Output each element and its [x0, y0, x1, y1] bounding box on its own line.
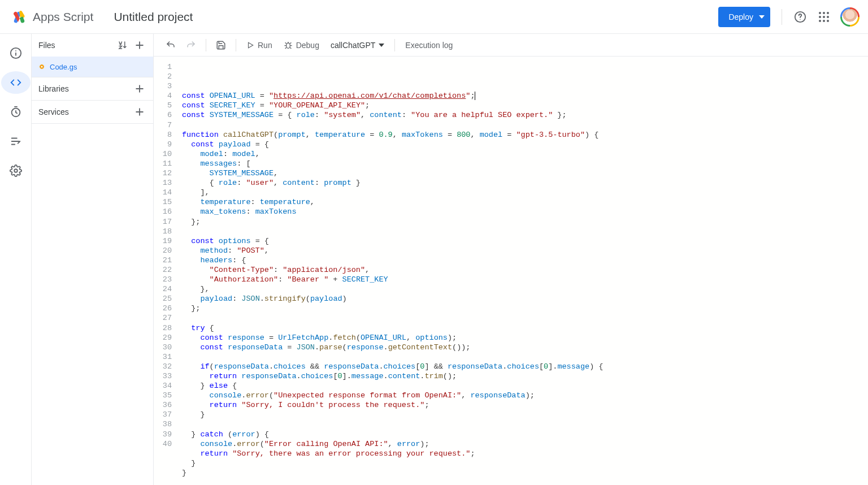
unsaved-dot-icon	[40, 64, 44, 69]
add-file-icon[interactable]	[133, 38, 146, 52]
svg-marker-25	[249, 42, 253, 47]
add-library-icon[interactable]	[133, 82, 146, 96]
files-sidebar: Files Code.gs Libraries	[32, 34, 154, 485]
chevron-down-icon	[379, 44, 384, 47]
svg-point-5	[819, 16, 821, 18]
svg-point-9	[823, 20, 825, 22]
run-label: Run	[258, 41, 272, 50]
editor-icon[interactable]	[9, 76, 23, 89]
add-service-icon[interactable]	[133, 105, 146, 119]
apps-grid-icon[interactable]	[817, 10, 831, 24]
execution-log-button[interactable]: Execution log	[401, 36, 457, 54]
project-title[interactable]: Untitled project	[114, 10, 193, 24]
logo-area: Apps Script	[11, 9, 93, 25]
code-editor[interactable]: 1234567891011121314151617181920212223242…	[154, 57, 868, 485]
code-content[interactable]: const OPENAI_URL = "https://api.openai.c…	[180, 62, 868, 485]
svg-point-13	[15, 50, 16, 51]
triggers-icon[interactable]	[9, 105, 23, 119]
file-item-code-gs[interactable]: Code.gs	[32, 57, 153, 77]
left-rail	[0, 34, 32, 485]
svg-point-4	[827, 12, 829, 14]
chevron-down-icon	[759, 15, 765, 19]
account-avatar[interactable]	[841, 8, 859, 26]
product-name: Apps Script	[33, 10, 93, 24]
svg-point-7	[827, 16, 829, 18]
divider	[782, 9, 782, 25]
bug-icon	[284, 41, 293, 50]
function-selected: callChatGPT	[331, 41, 375, 50]
svg-point-18	[14, 169, 18, 172]
help-icon[interactable]	[793, 10, 807, 24]
libraries-label: Libraries	[38, 84, 69, 93]
file-name: Code.gs	[50, 63, 77, 71]
run-button[interactable]: Run	[242, 36, 277, 54]
app-header: Apps Script Untitled project Deploy	[0, 0, 868, 34]
sort-az-icon[interactable]	[116, 38, 129, 52]
libraries-section-header: Libraries	[32, 77, 153, 100]
files-section-header: Files	[32, 34, 153, 57]
redo-icon[interactable]	[182, 36, 200, 54]
line-gutter: 1234567891011121314151617181920212223242…	[154, 62, 180, 485]
services-section-header: Services	[32, 101, 153, 123]
svg-point-26	[286, 43, 290, 48]
svg-point-1	[800, 19, 800, 19]
save-icon[interactable]	[212, 36, 230, 54]
svg-point-2	[819, 12, 821, 14]
undo-icon[interactable]	[162, 36, 180, 54]
deploy-button-label: Deploy	[728, 12, 753, 21]
executions-icon[interactable]	[9, 135, 23, 148]
function-select[interactable]: callChatGPT	[326, 36, 389, 54]
apps-script-logo-icon	[11, 9, 27, 25]
svg-point-10	[827, 20, 829, 22]
current-line-highlight	[180, 62, 868, 72]
services-label: Services	[38, 107, 69, 116]
info-icon[interactable]	[9, 46, 23, 60]
editor-toolbar: Run Debug callChatGPT Execution log	[154, 34, 868, 57]
settings-icon[interactable]	[9, 164, 23, 177]
svg-point-8	[819, 20, 821, 22]
svg-point-3	[823, 12, 825, 14]
main-area: Run Debug callChatGPT Execution log 1234…	[154, 34, 868, 485]
deploy-button[interactable]: Deploy	[718, 7, 770, 27]
play-icon	[246, 41, 254, 49]
debug-button[interactable]: Debug	[279, 36, 324, 54]
svg-point-6	[823, 16, 825, 18]
exec-log-label: Execution log	[405, 41, 453, 50]
files-label: Files	[38, 41, 55, 50]
debug-label: Debug	[296, 41, 319, 50]
